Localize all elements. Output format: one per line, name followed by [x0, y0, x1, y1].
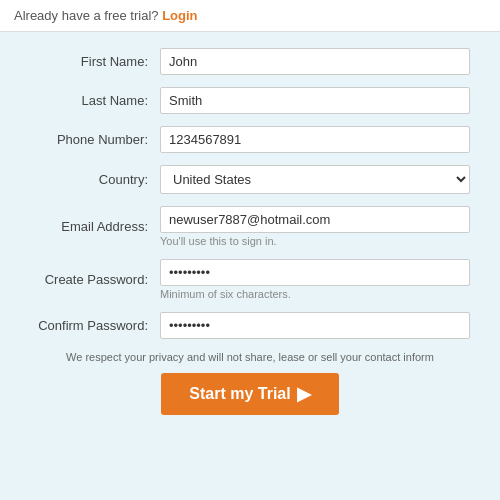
- login-link[interactable]: Login: [162, 8, 197, 23]
- start-trial-button[interactable]: Start my Trial ▶: [161, 373, 338, 415]
- first-name-input[interactable]: [160, 48, 470, 75]
- last-name-input[interactable]: [160, 87, 470, 114]
- email-field-wrapper: You'll use this to sign in.: [160, 206, 470, 247]
- start-trial-arrow-icon: ▶: [297, 383, 311, 405]
- email-input[interactable]: [160, 206, 470, 233]
- confirm-password-label: Confirm Password:: [30, 318, 160, 333]
- privacy-text: We respect your privacy and will not sha…: [30, 351, 470, 363]
- email-hint: You'll use this to sign in.: [160, 235, 470, 247]
- country-select[interactable]: United States Canada United Kingdom Aust…: [160, 165, 470, 194]
- last-name-row: Last Name:: [30, 87, 470, 114]
- email-label: Email Address:: [30, 219, 160, 234]
- last-name-field-wrapper: [160, 87, 470, 114]
- confirm-password-field-wrapper: [160, 312, 470, 339]
- phone-number-field-wrapper: [160, 126, 470, 153]
- password-label: Create Password:: [30, 272, 160, 287]
- country-field-wrapper: United States Canada United Kingdom Aust…: [160, 165, 470, 194]
- password-hint: Minimum of six characters.: [160, 288, 470, 300]
- country-row: Country: United States Canada United Kin…: [30, 165, 470, 194]
- phone-number-label: Phone Number:: [30, 132, 160, 147]
- first-name-row: First Name:: [30, 48, 470, 75]
- start-trial-label: Start my Trial: [189, 385, 290, 403]
- confirm-password-row: Confirm Password:: [30, 312, 470, 339]
- top-bar: Already have a free trial? Login: [0, 0, 500, 32]
- first-name-field-wrapper: [160, 48, 470, 75]
- email-row: Email Address: You'll use this to sign i…: [30, 206, 470, 247]
- confirm-password-input[interactable]: [160, 312, 470, 339]
- country-label: Country:: [30, 172, 160, 187]
- submit-row: Start my Trial ▶: [30, 373, 470, 415]
- topbar-text: Already have a free trial?: [14, 8, 159, 23]
- signup-form: First Name: Last Name: Phone Number: Cou…: [0, 32, 500, 431]
- password-input[interactable]: [160, 259, 470, 286]
- password-field-wrapper: Minimum of six characters.: [160, 259, 470, 300]
- first-name-label: First Name:: [30, 54, 160, 69]
- phone-number-input[interactable]: [160, 126, 470, 153]
- password-row: Create Password: Minimum of six characte…: [30, 259, 470, 300]
- last-name-label: Last Name:: [30, 93, 160, 108]
- phone-number-row: Phone Number:: [30, 126, 470, 153]
